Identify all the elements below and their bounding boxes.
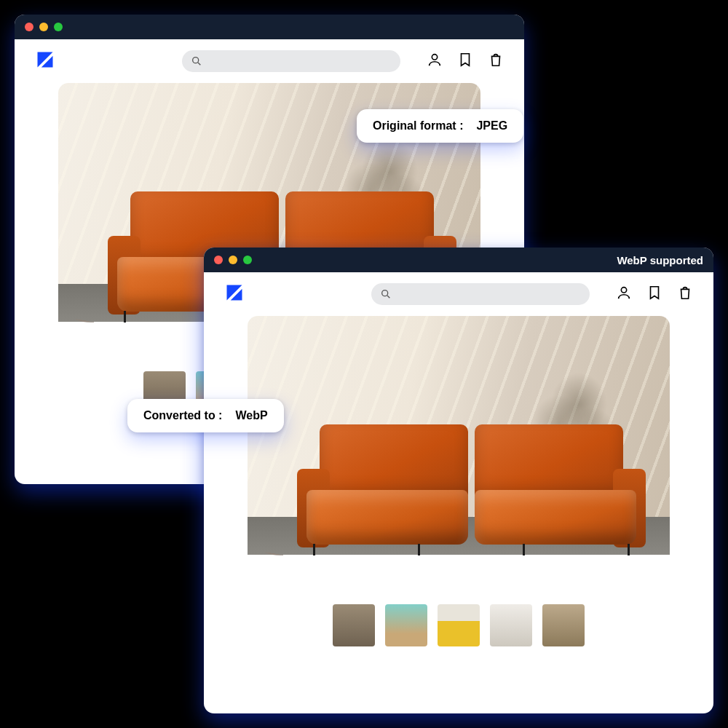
thumbnail-mirror[interactable]: [333, 604, 375, 646]
titlebar-label: WebP supported: [617, 254, 703, 266]
svg-line-8: [387, 296, 389, 298]
zoom-dot[interactable]: [54, 23, 63, 31]
titlebar: [15, 15, 524, 39]
svg-line-3: [198, 63, 200, 65]
pill-label: Converted to :: [143, 409, 222, 422]
zoom-dot[interactable]: [243, 256, 252, 264]
browser-window-converted: WebP supported: [204, 248, 713, 713]
converted-to-pill: Converted to : WebP: [127, 399, 284, 432]
thumbnail-yellow[interactable]: [438, 604, 480, 646]
minimize-dot[interactable]: [229, 256, 237, 264]
site-header: [204, 272, 713, 316]
thumbnail-neutral[interactable]: [490, 604, 532, 646]
account-icon[interactable]: [616, 285, 632, 304]
close-dot[interactable]: [25, 23, 33, 31]
close-dot[interactable]: [214, 256, 223, 264]
product-hero-image: [248, 316, 670, 588]
search-input[interactable]: [371, 283, 590, 305]
brand-logo[interactable]: [35, 50, 55, 73]
thumbnail-wood[interactable]: [542, 604, 585, 646]
svg-point-9: [621, 288, 626, 293]
bookmark-icon[interactable]: [457, 52, 473, 71]
pill-value: WebP: [235, 409, 267, 422]
original-format-pill: Original format : JPEG: [357, 109, 523, 143]
svg-point-4: [432, 55, 437, 60]
minimize-dot[interactable]: [39, 23, 48, 31]
thumbnail-strip: [248, 604, 670, 646]
shopping-bag-icon[interactable]: [488, 52, 504, 71]
search-icon: [380, 288, 392, 300]
pill-label: Original format :: [373, 119, 463, 132]
shopping-bag-icon[interactable]: [677, 285, 693, 304]
svg-point-2: [193, 58, 199, 63]
search-input[interactable]: [182, 50, 400, 72]
site-header: [15, 39, 524, 83]
titlebar: WebP supported: [204, 248, 713, 272]
thumbnail-teal[interactable]: [385, 604, 427, 646]
pill-value: JPEG: [476, 119, 507, 132]
svg-point-7: [382, 290, 388, 296]
brand-logo[interactable]: [224, 282, 245, 306]
search-icon: [191, 55, 202, 67]
account-icon[interactable]: [427, 52, 443, 71]
bookmark-icon[interactable]: [646, 285, 662, 304]
